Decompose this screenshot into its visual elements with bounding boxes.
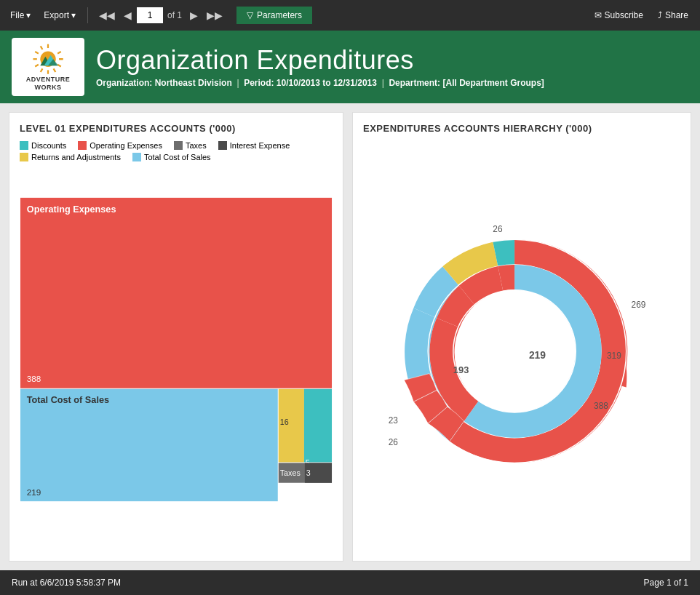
subscribe-button[interactable]: ✉ Subscribe — [589, 7, 649, 23]
inner-label-193: 193 — [453, 364, 469, 375]
legend-discounts: Discounts — [20, 141, 66, 150]
first-page-button[interactable]: ◀◀ — [95, 9, 119, 22]
right-panel-title: EXPENDITURES ACCOUNTS HIERARCHY ('000) — [363, 123, 680, 134]
outer-label-26-bot: 26 — [389, 437, 399, 447]
inner-label-219: 219 — [529, 349, 546, 361]
interest-label: Interest Expense — [230, 141, 290, 150]
interest-color — [218, 141, 227, 150]
period-label: Period: — [244, 78, 274, 88]
legend-interest: Interest Expense — [218, 141, 290, 150]
taxes-label: Taxes — [186, 141, 207, 150]
hierarchy-chart: 219 193 269 319 388 26 23 26 — [363, 141, 680, 540]
interest-value: 3 — [306, 468, 311, 477]
left-panel: LEVEL 01 EXPENDITURES ACCOUNTS ('000) Di… — [9, 112, 343, 562]
filter-icon: ▽ — [247, 10, 253, 20]
report-header: Adventure Works Organization Expenditure… — [0, 31, 700, 103]
header-text: Organization Expenditures Organization: … — [96, 46, 544, 88]
logo-area: Adventure Works — [12, 38, 84, 96]
dept-label: Department: — [389, 78, 440, 88]
next-page-button[interactable]: ▶ — [186, 9, 202, 22]
share-button[interactable]: ⤴ Share — [652, 7, 694, 23]
total-cost-label: Total Cost of Sales — [144, 153, 211, 161]
run-timestamp: Run at 6/6/2019 5:58:37 PM — [12, 578, 121, 588]
page-indicator: Page 1 of 1 — [644, 578, 688, 588]
toolbar-separator — [87, 7, 88, 23]
adventure-works-logo — [29, 42, 67, 76]
total-cost-value: 219 — [27, 487, 41, 497]
legend-returns: Returns and Adjustments — [20, 153, 121, 161]
share-label: Share — [665, 10, 688, 20]
svg-line-5 — [54, 68, 56, 72]
org-value: Northeast Division — [155, 78, 232, 88]
left-panel-title: LEVEL 01 EXPENDITURES ACCOUNTS ('000) — [20, 123, 333, 134]
org-label: Organization: — [96, 78, 152, 88]
outer-label-269: 269 — [632, 300, 646, 310]
treemap-chart: Operating Expenses 388 Total Cost of Sal… — [20, 169, 333, 531]
svg-line-8 — [35, 65, 39, 67]
returns-value: 16 — [280, 418, 289, 426]
chart-legend: Discounts Operating Expenses Taxes Inter… — [20, 141, 333, 161]
legend-taxes: Taxes — [174, 141, 207, 150]
total-cost-block[interactable] — [20, 389, 278, 501]
svg-line-1 — [57, 51, 61, 55]
page-number-input[interactable]: 1 — [137, 7, 163, 23]
outer-label-319: 319 — [607, 351, 621, 361]
operating-label: Operating Expenses — [90, 141, 162, 150]
toolbar-right: ✉ Subscribe ⤴ Share — [589, 7, 694, 23]
toolbar: File ▾ Export ▾ ◀◀ ◀ 1 of 1 ▶ ▶▶ ▽ Param… — [0, 0, 700, 31]
parameters-button[interactable]: ▽ Parameters — [236, 7, 312, 24]
file-menu-button[interactable]: File ▾ — [6, 7, 35, 23]
operating-expenses-label: Operating Expenses — [27, 204, 116, 215]
page-of-label: of 1 — [167, 10, 182, 20]
file-label: File — [10, 10, 24, 20]
main-content: LEVEL 01 EXPENDITURES ACCOUNTS ('000) Di… — [0, 103, 700, 570]
last-page-button[interactable]: ▶▶ — [203, 9, 226, 22]
total-cost-color — [132, 153, 141, 161]
right-panel: EXPENDITURES ACCOUNTS HIERARCHY ('000) — [352, 112, 691, 562]
export-menu-button[interactable]: Export ▾ — [39, 7, 80, 23]
discounts-block[interactable] — [304, 389, 332, 463]
total-cost-label: Total Cost of Sales — [27, 395, 109, 405]
taxes-color — [174, 141, 183, 150]
discounts-color — [20, 141, 28, 150]
legend-total-cost: Total Cost of Sales — [132, 153, 211, 161]
report-metadata: Organization: Northeast Division | Perio… — [96, 78, 544, 88]
svg-line-11 — [41, 46, 43, 49]
svg-line-7 — [41, 68, 43, 72]
operating-color — [78, 141, 87, 150]
svg-line-10 — [35, 52, 39, 54]
share-icon: ⤴ — [658, 10, 662, 20]
discounts-label: Discounts — [31, 141, 66, 150]
operating-expenses-block[interactable] — [20, 198, 332, 388]
logo-text: Adventure Works — [26, 76, 71, 92]
outer-label-26-top: 26 — [493, 224, 503, 234]
outer-label-23: 23 — [389, 415, 399, 426]
outer-label-388: 388 — [594, 401, 608, 411]
subscribe-label: Subscribe — [605, 10, 643, 20]
taxes-block-label: Taxes — [280, 468, 301, 477]
export-label: Export — [44, 10, 69, 20]
period-value: 10/10/2013 to 12/31/2013 — [277, 78, 377, 88]
file-chevron-icon: ▾ — [26, 10, 31, 20]
legend-operating: Operating Expenses — [78, 141, 162, 150]
envelope-icon: ✉ — [594, 10, 602, 20]
report-title: Organization Expenditures — [96, 46, 544, 75]
prev-page-button[interactable]: ◀ — [120, 9, 135, 22]
returns-label: Returns and Adjustments — [31, 153, 121, 161]
operating-expenses-value: 388 — [27, 374, 41, 383]
returns-color — [20, 153, 28, 161]
report-footer: Run at 6/6/2019 5:58:37 PM Page 1 of 1 — [0, 570, 700, 595]
dept-value: [All Department Groups] — [442, 78, 544, 88]
page-navigation: ◀◀ ◀ 1 of 1 ▶ ▶▶ — [95, 7, 226, 23]
parameters-label: Parameters — [257, 10, 302, 20]
export-chevron-icon: ▾ — [71, 10, 76, 20]
